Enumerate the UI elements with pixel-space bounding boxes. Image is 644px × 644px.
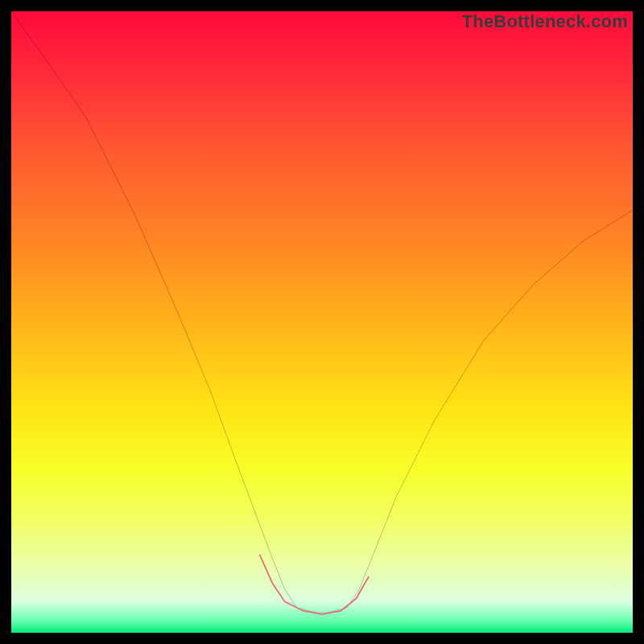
plot-area: TheBottleneck.com [11, 11, 633, 633]
watermark-text: TheBottleneck.com [462, 11, 628, 32]
optimal-flat-segment [11, 11, 633, 633]
chart-container: TheBottleneck.com [0, 0, 644, 644]
